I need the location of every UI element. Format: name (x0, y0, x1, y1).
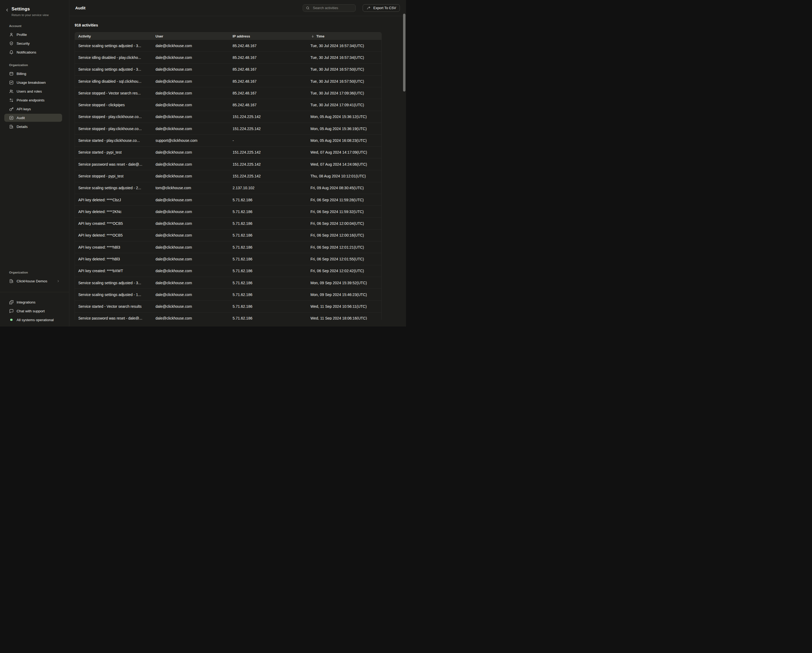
cell-activity: Service started - Vector search results (75, 304, 152, 308)
cell-time: Tue, 30 Jul 2024 16:57:34(UTC) (307, 44, 382, 48)
table-row: Service password was reset - dale@...dal… (75, 159, 382, 170)
sidebar-item-security[interactable]: Security (4, 39, 62, 47)
org-switcher-name: ClickHouse Demos (17, 279, 47, 283)
table-row: Service password was reset - dale@...dal… (75, 313, 382, 320)
cell-user: dale@clickhouse.com (152, 221, 229, 226)
cell-user: dale@clickhouse.com (152, 233, 229, 237)
cell-user: dale@clickhouse.com (152, 44, 229, 48)
sidebar-item-billing[interactable]: Billing (4, 70, 62, 78)
footer-item-integrations[interactable]: Integrations (4, 298, 62, 306)
table-row: API key created: ****bXWTdale@clickhouse… (75, 265, 382, 277)
sidebar-item-label: Billing (17, 72, 26, 76)
cell-activity: API key deleted: ****OCB5 (75, 233, 152, 237)
table-row: Service stopped - pypi_testdale@clickhou… (75, 170, 382, 182)
sidebar-footer: IntegrationsChat with supportAll systems… (0, 292, 69, 326)
puzzle-icon (9, 300, 14, 305)
cell-ip: 5.71.62.186 (229, 245, 307, 249)
sidebar-item-audit[interactable]: Audit (4, 114, 62, 122)
cell-activity: API key created: ****bXWT (75, 269, 152, 273)
sidebar-item-users-and-roles[interactable]: Users and roles (4, 87, 62, 95)
sidebar-item-label: Profile (17, 33, 27, 37)
table-header-row: ActivityUserIP addressTime (75, 32, 382, 40)
cell-user: dale@clickhouse.com (152, 103, 229, 107)
sidebar-item-private-endpoints[interactable]: Private endpoints (4, 96, 62, 104)
cell-activity: Service scaling settings adjusted - 2... (75, 186, 152, 190)
scrollbar-thumb[interactable] (403, 14, 406, 92)
table-row: Service idling disabled - sql.clickhou..… (75, 75, 382, 87)
chevron-right-icon (56, 279, 61, 284)
cell-user: dale@clickhouse.com (152, 293, 229, 297)
org-switcher[interactable]: ClickHouse Demos (4, 277, 62, 285)
sidebar-section-label-account: Account (9, 24, 69, 27)
cell-ip: 5.71.62.186 (229, 209, 307, 214)
chat-bubble-icon (9, 309, 14, 313)
cell-user: dale@clickhouse.com (152, 67, 229, 72)
footer-item-chat-with-support[interactable]: Chat with support (4, 307, 62, 315)
column-header-ip-address[interactable]: IP address (229, 34, 307, 38)
arrows-left-right-icon (9, 98, 14, 102)
table-row: Service stopped - play.clickhouse.co...d… (75, 111, 382, 123)
audit-table: ActivityUserIP addressTime Service scali… (75, 32, 382, 320)
main-area: Audit Export To CSV 918 activities Activ… (69, 0, 406, 326)
search-input[interactable] (312, 6, 353, 10)
cell-user: tom@clickhouse.com (152, 186, 229, 190)
sidebar-item-details[interactable]: Details (4, 122, 62, 131)
cell-user: dale@clickhouse.com (152, 174, 229, 178)
cell-ip: 5.71.62.186 (229, 316, 307, 320)
cell-ip: 5.71.62.186 (229, 221, 307, 226)
cell-user: dale@clickhouse.com (152, 304, 229, 308)
cell-time: Mon, 09 Sep 2024 15:46:23(UTC) (307, 293, 382, 297)
cell-time: Wed, 07 Aug 2024 14:17:09(UTC) (307, 150, 382, 154)
cell-ip: 85.242.48.167 (229, 91, 307, 95)
cell-activity: Service idling disabled - sql.clickhou..… (75, 79, 152, 84)
table-row: Service scaling settings adjusted - 1...… (75, 289, 382, 301)
column-header-user[interactable]: User (152, 34, 229, 38)
column-header-time[interactable]: Time (307, 34, 382, 38)
cell-activity: Service idling disabled - play.clickho..… (75, 55, 152, 60)
sidebar-item-label: Notifications (17, 50, 37, 54)
bell-icon (9, 50, 14, 55)
cell-activity: API key deleted: ****hBl3 (75, 257, 152, 261)
back-button[interactable] (5, 8, 9, 12)
table-row: API key created: ****OCB5dale@clickhouse… (75, 218, 382, 229)
table-row: Service idling disabled - play.clickho..… (75, 52, 382, 63)
cell-time: Mon, 05 Aug 2024 16:08:23(UTC) (307, 138, 382, 143)
cell-time: Mon, 05 Aug 2024 15:36:19(UTC) (307, 127, 382, 131)
cell-activity: Service started - pypi_test (75, 150, 152, 154)
table-row: API key created: ****hBl3dale@clickhouse… (75, 241, 382, 253)
cell-user: dale@clickhouse.com (152, 257, 229, 261)
sidebar-item-notifications[interactable]: Notifications (4, 48, 62, 56)
sidebar-item-usage-breakdown[interactable]: Usage breakdown (4, 78, 62, 87)
cell-user: dale@clickhouse.com (152, 245, 229, 249)
sidebar-item-profile[interactable]: Profile (4, 31, 62, 38)
column-header-activity[interactable]: Activity (75, 34, 152, 38)
cell-ip: 5.71.62.186 (229, 257, 307, 261)
footer-item-label: All systems operational (17, 318, 54, 322)
shield-check-icon (9, 41, 14, 46)
key-icon (9, 107, 14, 111)
search-icon (306, 6, 310, 10)
footer-item-label: Chat with support (17, 309, 45, 313)
footer-item-all-systems-operational[interactable]: All systems operational (4, 316, 62, 324)
org-switcher-section-label: Organization (9, 271, 69, 274)
cell-ip: 5.71.62.186 (229, 269, 307, 273)
table-row: Service started - pypi_testdale@clickhou… (75, 146, 382, 159)
table-row: Service scaling settings adjusted - 3...… (75, 277, 382, 289)
export-to-csv-button[interactable]: Export To CSV (363, 4, 400, 12)
table-row: API key deleted: ****2KNcdale@clickhouse… (75, 206, 382, 218)
sidebar-item-label: API keys (17, 107, 31, 111)
cell-ip: 151.224.225.142 (229, 162, 307, 166)
cell-activity: Service password was reset - dale@... (75, 316, 152, 320)
search-box (303, 4, 356, 12)
cell-activity: Service stopped - play.clickhouse.co... (75, 114, 152, 119)
table-row: API key deleted: ****hBl3dale@clickhouse… (75, 253, 382, 265)
activities-count: 918 activities (75, 23, 406, 27)
cell-user: dale@clickhouse.com (152, 91, 229, 95)
cell-ip: 5.71.62.186 (229, 198, 307, 202)
topbar: Audit Export To CSV (69, 0, 406, 16)
cell-time: Mon, 05 Aug 2024 15:36:12(UTC) (307, 114, 382, 119)
table-row: Service scaling settings adjusted - 3...… (75, 40, 382, 52)
sidebar-item-api-keys[interactable]: API keys (4, 105, 62, 113)
cell-time: Fri, 06 Sep 2024 12:00:16(UTC) (307, 233, 382, 237)
table-row: Service scaling settings adjusted - 2...… (75, 182, 382, 194)
